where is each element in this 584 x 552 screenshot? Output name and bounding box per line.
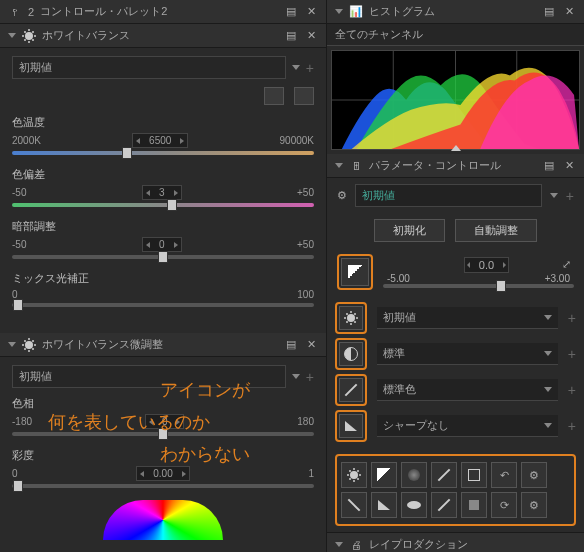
levels-tool-icon[interactable] <box>371 462 397 488</box>
slider-handle[interactable] <box>167 199 177 211</box>
eyedropper-gray-icon[interactable] <box>264 87 284 105</box>
columns-icon[interactable]: ▤ <box>284 5 298 19</box>
collapse-icon[interactable]: ▤ <box>284 29 298 43</box>
transform-tool-icon[interactable]: ⟳ <box>491 492 517 518</box>
panel-close-icon[interactable]: ✕ <box>304 29 318 43</box>
sharpen-select[interactable]: シャープなし <box>377 415 558 437</box>
reset-button[interactable]: 初期化 <box>374 219 445 242</box>
wbfine-preset-select[interactable]: 初期値 <box>12 365 286 388</box>
gear-icon[interactable]: ⚙ <box>337 189 347 202</box>
brightness-tool-icon[interactable] <box>341 462 367 488</box>
eyedropper-tool-icon[interactable] <box>341 492 367 518</box>
white-balance-header[interactable]: ホワイトバランス ▤ ✕ <box>0 24 326 48</box>
collapse-icon[interactable]: ▤ <box>542 159 556 173</box>
undo-tool-icon[interactable]: ↶ <box>491 462 517 488</box>
sat-track[interactable] <box>12 484 314 488</box>
temp-min: 2000K <box>12 135 41 146</box>
chevron-down-icon[interactable] <box>292 374 300 379</box>
wb-fine-header[interactable]: ホワイトバランス微調整 ▤ ✕ <box>0 333 326 357</box>
crop-tool-icon[interactable] <box>461 462 487 488</box>
settings-tool-icon[interactable]: ⚙ <box>521 462 547 488</box>
expand-icon[interactable]: ⤢ <box>560 258 574 272</box>
chevron-down-icon <box>8 33 16 38</box>
add-icon[interactable]: + <box>568 346 576 362</box>
param-preset-select[interactable]: 初期値 <box>355 184 542 207</box>
exposure-min: -5.00 <box>387 273 410 284</box>
chevron-down-icon <box>544 351 552 356</box>
brightness-icon[interactable] <box>339 306 363 330</box>
tint-value[interactable]: 3 <box>142 185 182 200</box>
chevron-down-icon <box>544 387 552 392</box>
contrast-select[interactable]: 標準 <box>377 343 558 365</box>
collapse-icon[interactable]: ▤ <box>542 5 556 19</box>
slider-handle[interactable] <box>158 251 168 263</box>
channel-select[interactable]: 全てのチャンネル <box>327 24 584 46</box>
chevron-down-icon <box>335 9 343 14</box>
more-settings-tool-icon[interactable]: ⚙ <box>521 492 547 518</box>
histogram-marker[interactable] <box>451 145 461 151</box>
temperature-slider: 色温度 2000K 6500 90000K <box>12 115 314 155</box>
color-brush-tool-icon[interactable] <box>431 462 457 488</box>
slider-handle[interactable] <box>122 147 132 159</box>
slider-handle[interactable] <box>496 280 506 292</box>
hue-track[interactable] <box>12 432 314 436</box>
brush-tool-icon[interactable] <box>431 492 457 518</box>
wbfine-title: ホワイトバランス微調整 <box>42 337 163 352</box>
close-icon[interactable]: ✕ <box>304 5 318 19</box>
panel-close-icon[interactable]: ✕ <box>562 5 576 19</box>
slider-handle[interactable] <box>158 428 168 440</box>
cube-tool-icon[interactable] <box>461 492 487 518</box>
mixlight-track[interactable] <box>12 303 314 307</box>
exposure-value[interactable]: 0.0 <box>464 257 509 273</box>
histogram-header[interactable]: 📊 ヒストグラム ▤ ✕ <box>327 0 584 24</box>
add-icon[interactable]: + <box>568 418 576 434</box>
control-palette-header: ⫯ 2 コントロール・パレット2 ▤ ✕ <box>0 0 326 24</box>
sat-value[interactable]: 0.00 <box>136 466 189 481</box>
exposure-max: +3.00 <box>545 273 570 284</box>
add-icon[interactable]: + <box>568 310 576 326</box>
distortion-tool-icon[interactable] <box>401 492 427 518</box>
add-preset-icon[interactable]: + <box>566 188 574 204</box>
temp-track[interactable] <box>12 151 314 155</box>
slider-handle[interactable] <box>13 480 23 492</box>
contrast-icon[interactable] <box>339 342 363 366</box>
chevron-down-icon[interactable] <box>550 193 558 198</box>
histogram-chart <box>331 50 580 150</box>
add-icon[interactable]: + <box>568 382 576 398</box>
color-select[interactable]: 標準色 <box>377 379 558 401</box>
sharpen-icon[interactable] <box>339 414 363 438</box>
reproduction-header[interactable]: 🖨 レイプロダクション <box>327 532 584 552</box>
temp-value[interactable]: 6500 <box>132 133 188 148</box>
add-preset-icon[interactable]: + <box>306 369 314 385</box>
control-palette-title: コントロール・パレット2 <box>40 4 167 19</box>
shadow-value[interactable]: 0 <box>142 237 182 252</box>
color-tool-icon[interactable] <box>339 378 363 402</box>
wb-preset-select[interactable]: 初期値 <box>12 56 286 79</box>
chevron-down-icon[interactable] <box>292 65 300 70</box>
collapse-icon[interactable]: ▤ <box>284 338 298 352</box>
wb-title: ホワイトバランス <box>42 28 130 43</box>
shadow-track[interactable] <box>12 255 314 259</box>
exposure-icon[interactable] <box>341 258 369 286</box>
hue-label: 色相 <box>12 396 314 411</box>
exposure-track[interactable] <box>383 284 574 288</box>
vignette-tool-icon[interactable] <box>401 462 427 488</box>
slider-handle[interactable] <box>13 299 23 311</box>
sat-max: 1 <box>308 468 314 479</box>
wb-body: 初期値 + 色温度 2000K 6500 90000K 色偏差 -50 3 +5… <box>0 48 326 333</box>
panel-close-icon[interactable]: ✕ <box>562 159 576 173</box>
shadow-max: +50 <box>297 239 314 250</box>
tools-icon: ⫯ <box>8 5 22 19</box>
mixlight-max: 100 <box>297 289 314 300</box>
panel-close-icon[interactable]: ✕ <box>304 338 318 352</box>
add-preset-icon[interactable]: + <box>306 60 314 76</box>
color-wheel[interactable] <box>103 500 223 540</box>
sharpen-tool-icon[interactable] <box>371 492 397 518</box>
auto-adjust-button[interactable]: 自動調整 <box>455 219 537 242</box>
tint-track[interactable] <box>12 203 314 207</box>
param-control-header[interactable]: 🎚 パラメータ・コントロール ▤ ✕ <box>327 154 584 178</box>
eyedropper-skin-icon[interactable] <box>294 87 314 105</box>
brightness-select[interactable]: 初期値 <box>377 307 558 329</box>
hue-value[interactable]: 0 <box>145 414 185 429</box>
tint-label: 色偏差 <box>12 167 314 182</box>
